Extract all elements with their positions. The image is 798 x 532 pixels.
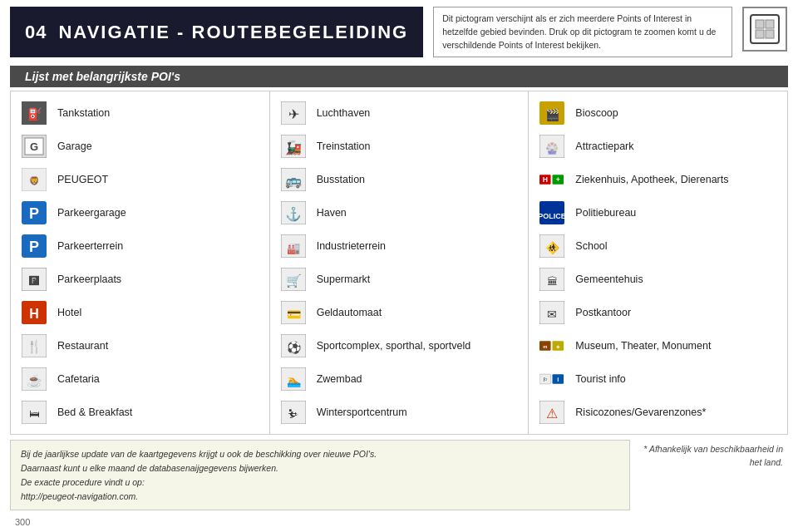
wintersport-icon: ⛷	[278, 399, 308, 426]
svg-text:✉: ✉	[547, 308, 557, 321]
poi-table: ⛽ Tankstation G Garage 🦁 PE	[10, 91, 788, 435]
poi-label-risico: Risicozones/Gevarenzones*	[575, 406, 706, 419]
svg-text:🦁: 🦁	[29, 175, 40, 186]
parkeergarage-icon: P	[19, 200, 49, 226]
svg-text:P: P	[29, 239, 39, 255]
school-icon: 🚸	[537, 233, 567, 259]
list-item: ⚽ Sportcomplex, sporthal, sportveld	[275, 329, 524, 362]
svg-rect-1	[756, 20, 764, 28]
svg-text:P: P	[29, 205, 39, 222]
svg-text:🏛: 🏛	[547, 275, 558, 288]
poi-label-parkeerplaats: Parkeerplaats	[57, 273, 121, 286]
poi-label-politie: Politiebureau	[575, 206, 636, 219]
list-item: 🛒 Supermarkt	[275, 263, 524, 296]
ziekenhuis-icon: H +	[537, 166, 567, 193]
chapter-number: 04	[25, 22, 47, 43]
list-item: 🚌 Busstation	[275, 163, 524, 196]
svg-text:+: +	[556, 175, 560, 184]
list-item: ✉ Postkantoor	[534, 296, 782, 329]
geldautomaat-icon: 💳	[278, 299, 308, 326]
svg-text:H: H	[29, 307, 39, 321]
restaurant-icon: 🍴	[19, 332, 49, 359]
tourist-icon: 🏳 i	[537, 366, 567, 392]
risico-icon: ⚠	[537, 399, 567, 426]
poi-label-ziekenhuis: Ziekenhuis, Apotheek, Dierenarts	[575, 173, 728, 186]
list-item: 🏛 Gemeentehuis	[534, 263, 782, 296]
svg-rect-2	[766, 20, 774, 28]
svg-text:🍴: 🍴	[27, 339, 42, 354]
poi-label-wintersport: Wintersportcentrum	[317, 406, 407, 419]
svg-text:🏳: 🏳	[543, 377, 548, 382]
poi-label-hotel: Hotel	[57, 306, 81, 319]
list-item: P Parkeergarage	[16, 196, 264, 229]
poi-label-geldautomaat: Geldautomaat	[317, 306, 382, 319]
poi-label-haven: Haven	[317, 206, 347, 219]
chapter-title-block: 04 NAVIGATIE - ROUTEBEGELEIDING	[10, 7, 423, 57]
poi-label-treinstation: Treinstation	[317, 140, 371, 153]
poi-label-luchthaven: Luchthaven	[317, 106, 371, 120]
svg-text:POLICE: POLICE	[539, 212, 564, 220]
header-info-text: Dit pictogram verschijnt als er zich mee…	[442, 13, 716, 50]
cafetaria-icon: ☕	[19, 366, 49, 392]
tankstation-icon: ⛽	[19, 100, 49, 126]
chapter-title: NAVIGATIE - ROUTEBEGELEIDING	[58, 22, 408, 43]
svg-text:◈: ◈	[556, 344, 560, 349]
svg-text:🎡: 🎡	[545, 141, 559, 155]
zwembad-icon: 🏊	[278, 366, 308, 392]
svg-text:🏊: 🏊	[286, 374, 301, 388]
svg-text:H: H	[543, 175, 548, 184]
list-item: 🅿 Parkeerplaats	[16, 263, 264, 296]
svg-text:⚓: ⚓	[285, 206, 302, 222]
svg-rect-3	[756, 30, 764, 38]
list-item: 💳 Geldautomaat	[275, 296, 524, 329]
poi-label-tankstation: Tankstation	[57, 106, 110, 120]
poi-label-attractiepark: Attractiepark	[575, 140, 633, 153]
haven-icon: ⚓	[278, 200, 308, 226]
svg-text:🛏: 🛏	[29, 407, 40, 420]
list-item: POLICE Politiebureau	[534, 196, 782, 229]
gemeentehuis-icon: 🏛	[537, 266, 567, 293]
attractiepark-icon: 🎡	[537, 133, 567, 160]
footer-right-text: * Afhankelijk van beschikbaarheid in het…	[643, 444, 783, 467]
list-item: 🏭 Industrieterrein	[275, 229, 524, 263]
treinstation-icon: 🚂	[278, 133, 308, 160]
poi-label-supermarkt: Supermarkt	[317, 273, 371, 286]
svg-text:🚂: 🚂	[285, 140, 302, 155]
list-item: ✈ Luchthaven	[275, 96, 524, 130]
svg-text:🎬: 🎬	[545, 108, 560, 122]
poi-label-peugeot: PEUGEOT	[57, 173, 108, 186]
list-item: 🦁 PEUGEOT	[16, 163, 264, 196]
footer-left-text: Bij de jaarlijkse update van de kaartgeg…	[21, 449, 377, 500]
poi-column-3: 🎬 Bioscoop 🎡 Attractiepark H	[529, 91, 787, 434]
list-item: 🛏 Bed & Breakfast	[16, 396, 264, 429]
list-item: P Parkeerterrein	[16, 229, 264, 263]
postkantoor-icon: ✉	[537, 299, 567, 326]
poi-label-bioscoop: Bioscoop	[575, 106, 618, 120]
luchthaven-icon: ✈	[278, 100, 308, 126]
list-item: G Garage	[16, 130, 264, 163]
poi-label-parkeergarage: Parkeergarage	[57, 206, 126, 219]
politie-icon: POLICE	[537, 200, 567, 226]
svg-text:💳: 💳	[286, 308, 301, 322]
sport-icon: ⚽	[278, 332, 308, 359]
section-title: Lijst met belangrijkste POI's	[10, 66, 788, 87]
garage-icon: G	[19, 133, 49, 160]
header-info-box: Dit pictogram verschijnt als er zich mee…	[433, 7, 732, 57]
footer-area: Bij de jaarlijkse update van de kaartgeg…	[10, 440, 788, 510]
list-item: ⛷ Wintersportcentrum	[275, 396, 524, 429]
poi-label-school: School	[575, 239, 607, 253]
list-item: H + Ziekenhuis, Apotheek, Dierenarts	[534, 163, 782, 196]
svg-text:⚽: ⚽	[286, 341, 301, 355]
poi-label-gemeentehuis: Gemeentehuis	[575, 273, 643, 286]
list-item: H Hotel	[16, 296, 264, 329]
nav-icon-box	[742, 7, 787, 52]
poi-label-busstation: Busstation	[317, 173, 365, 186]
poi-label-sport: Sportcomplex, sporthal, sportveld	[317, 339, 471, 352]
hotel-icon: H	[19, 299, 49, 326]
svg-text:🏭: 🏭	[287, 241, 301, 255]
supermarkt-icon: 🛒	[278, 266, 308, 293]
svg-text:🚸: 🚸	[545, 241, 560, 255]
list-item: 🏳 i Tourist info	[534, 362, 782, 396]
svg-text:⛷: ⛷	[288, 407, 299, 421]
poi-label-garage: Garage	[57, 140, 92, 153]
